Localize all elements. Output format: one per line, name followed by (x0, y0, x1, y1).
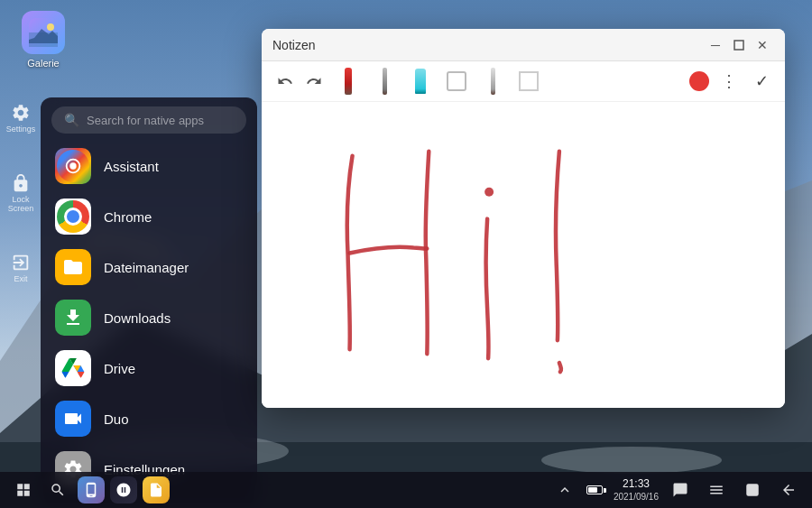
settings-label: Settings (6, 125, 36, 134)
close-button[interactable]: ✕ (751, 33, 774, 57)
svg-point-14 (69, 162, 76, 169)
taskbar-left-section (9, 476, 170, 504)
notizen-window: Notizen ─ ✕ (262, 29, 785, 408)
notizen-title: Notizen (272, 38, 704, 52)
app-item-dateimanager[interactable]: Dateimanager (41, 242, 257, 292)
sidebar-item-settings[interactable]: Settings (0, 97, 42, 139)
taskbar-phone-app-icon[interactable] (78, 476, 105, 503)
red-pen-tool[interactable] (334, 67, 363, 96)
taskbar: 21:33 2021/09/16 (0, 472, 812, 508)
minimize-button[interactable]: ─ (704, 33, 727, 57)
chrome-label: Chrome (104, 209, 152, 225)
record-button[interactable] (689, 71, 709, 91)
maximize-button[interactable] (727, 33, 751, 57)
svg-rect-15 (734, 41, 743, 50)
left-sidebar: Settings LockScreen Exit (0, 97, 42, 289)
taskbar-appstore-icon[interactable] (110, 476, 137, 503)
taskbar-notes-app-icon[interactable] (143, 476, 170, 503)
svg-rect-17 (747, 485, 758, 495)
taskbar-right-section: 21:33 2021/09/16 (550, 476, 803, 504)
taskbar-back-button[interactable] (774, 476, 803, 504)
search-icon: 🔍 (64, 113, 79, 127)
desktop-icon-galerie[interactable]: Galerie (16, 11, 70, 69)
desktop: Galerie Settings LockScreen Exit 🔍 (0, 0, 812, 508)
sidebar-item-exit[interactable]: Exit (0, 247, 42, 289)
taskbar-chevron-up-button[interactable] (550, 476, 579, 504)
dateimanager-label: Dateimanager (104, 260, 189, 275)
sidebar-item-lock-screen[interactable]: LockScreen (0, 168, 42, 218)
taskbar-grid-button[interactable] (9, 476, 38, 504)
app-item-chrome[interactable]: Chrome (41, 191, 257, 242)
undo-redo-group (272, 69, 327, 94)
pencil-tool[interactable] (478, 67, 507, 96)
taskbar-search-button[interactable] (43, 476, 72, 504)
more-options-button[interactable]: ⋮ (716, 69, 742, 94)
search-input[interactable] (87, 114, 234, 127)
svg-point-16 (484, 188, 494, 197)
check-button[interactable]: ✓ (749, 69, 774, 94)
selector-tool[interactable] (514, 67, 543, 96)
downloads-label: Downloads (104, 310, 171, 326)
duo-label: Duo (104, 411, 129, 427)
notizen-toolbar: ⋮ ✓ (262, 61, 785, 102)
notizen-canvas[interactable] (262, 102, 785, 408)
app-launcher: 🔍 Assistant Chrome Dateimanager (41, 97, 257, 503)
exit-icon (11, 253, 31, 272)
app-item-drive[interactable]: Drive (41, 343, 257, 393)
handwriting-drawing (262, 102, 785, 408)
settings-icon (11, 103, 31, 123)
galerie-icon (22, 11, 65, 54)
chrome-app-icon (55, 199, 91, 235)
redo-button[interactable] (301, 69, 327, 94)
galerie-label: Galerie (27, 58, 59, 69)
app-item-downloads[interactable]: Downloads (41, 292, 257, 343)
search-bar[interactable]: 🔍 (51, 106, 246, 134)
undo-button[interactable] (272, 69, 298, 94)
app-item-assistant[interactable]: Assistant (41, 141, 257, 191)
taskbar-chat-button[interactable] (666, 476, 695, 504)
drive-app-icon (55, 350, 91, 386)
eraser-tool[interactable] (442, 67, 471, 96)
assistant-app-icon (55, 148, 91, 184)
assistant-icon-inner (57, 150, 89, 182)
downloads-app-icon (55, 300, 91, 336)
svg-point-8 (541, 447, 722, 474)
svg-point-12 (47, 23, 54, 31)
thin-pen-tool[interactable] (370, 67, 399, 96)
exit-label: Exit (14, 274, 27, 283)
notizen-titlebar: Notizen ─ ✕ (262, 29, 785, 61)
marker-tool[interactable] (406, 67, 435, 96)
assistant-label: Assistant (104, 159, 159, 174)
taskbar-recent-apps-button[interactable] (738, 476, 767, 504)
chrome-icon-inner (57, 200, 89, 233)
battery-indicator (586, 485, 606, 494)
taskbar-time: 21:33 2021/09/16 (614, 477, 659, 503)
drive-label: Drive (104, 361, 135, 376)
lock-screen-label: LockScreen (8, 195, 34, 213)
app-item-duo[interactable]: Duo (41, 393, 257, 444)
taskbar-menu-button[interactable] (702, 476, 731, 504)
lock-icon (11, 173, 31, 193)
duo-app-icon (55, 401, 91, 437)
dateimanager-app-icon (55, 249, 91, 285)
